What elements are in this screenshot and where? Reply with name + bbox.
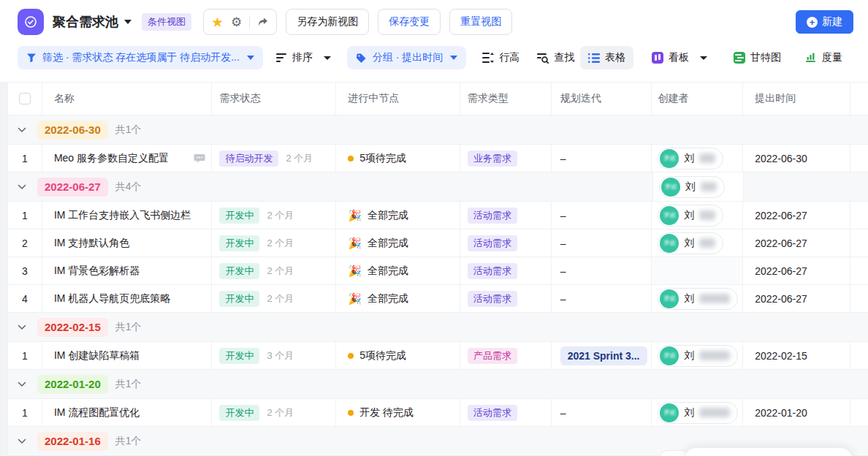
creator-avatar-pill: 梦妮刘: [658, 402, 738, 424]
name-cell[interactable]: IM 创建缺陷草稿箱: [42, 342, 213, 369]
duration-label: 2 个月: [267, 237, 294, 250]
name-cell[interactable]: IM 工作台支持嵌入飞书侧边栏: [42, 202, 213, 229]
duration-label: 2 个月: [286, 152, 313, 165]
kanban-view-icon: [652, 52, 663, 64]
status-cell: 开发中2 个月: [212, 257, 336, 284]
group-date-badge: 2022-02-15: [37, 318, 108, 337]
chevron-down-icon[interactable]: [18, 324, 26, 330]
date-cell: 2022-06-30: [743, 145, 850, 172]
reset-view-button[interactable]: 重置视图: [449, 9, 512, 35]
status-cell: 开发中3 个月: [212, 342, 336, 369]
creator-name: 刘: [684, 237, 694, 250]
creator-name: 刘: [685, 180, 696, 194]
settings-gear-icon[interactable]: ⚙: [231, 16, 242, 28]
requirement-name: Meo 服务参数自定义配置: [54, 152, 169, 165]
creator-name: 刘: [684, 292, 694, 305]
save-as-new-view-button[interactable]: 另存为新视图: [286, 9, 369, 35]
table-row[interactable]: 4IM 机器人导航页兜底策略开发中2 个月🎉全部完成活动需求–梦妮刘2022-0…: [8, 285, 868, 313]
type-cell: 产品需求: [460, 342, 552, 369]
column-header[interactable]: 规划迭代: [552, 83, 652, 115]
node-text: 开发 待完成: [359, 406, 414, 419]
table-row[interactable]: 1IM 创建缺陷草稿箱开发中3 个月5项待完成产品需求2021 Sprint 3…: [8, 342, 868, 370]
filter-chip[interactable]: 筛选 · 需求状态 存在选项属于 待启动开发...: [18, 46, 263, 69]
requirement-name: IM 创建缺陷草稿箱: [54, 349, 140, 362]
group-chip[interactable]: 分组 · 提出时间: [347, 46, 466, 69]
blurred-name: [699, 210, 715, 220]
row-height-button[interactable]: 行高: [482, 51, 519, 64]
creator-avatar-pill: 梦妮刘: [659, 176, 725, 198]
view-tab-gantt[interactable]: 甘特图: [726, 46, 789, 69]
date-cell: 2022-06-27: [743, 202, 850, 229]
sprint-badge[interactable]: 2021 Sprint 3...: [560, 346, 647, 365]
view-tab-table[interactable]: 表格: [580, 46, 633, 69]
chevron-down-icon[interactable]: [18, 184, 26, 190]
find-button[interactable]: 查找: [537, 51, 574, 64]
kanban-caret-icon: [700, 56, 707, 60]
sprint-cell: –: [552, 399, 652, 426]
chevron-down-icon[interactable]: [18, 438, 26, 444]
creator-name: 刘: [684, 209, 694, 222]
title-caret-icon[interactable]: [124, 20, 132, 24]
name-cell[interactable]: IM 背景色彩解析器: [42, 257, 213, 284]
sort-label: 排序: [292, 51, 313, 64]
view-tab-kanban[interactable]: 看板: [644, 46, 715, 69]
group-header-row: 2022-01-20共1个: [8, 370, 868, 399]
table-row[interactable]: 3IM 背景色彩解析器开发中2 个月🎉全部完成活动需求–2022-06-27: [8, 257, 868, 285]
status-cell: 待启动开发2 个月: [212, 145, 336, 172]
column-header[interactable]: 名称: [42, 83, 213, 115]
share-icon[interactable]: [257, 16, 269, 28]
group-creator-cell: [652, 313, 744, 341]
row-number-cell: 4: [8, 285, 42, 312]
status-badge: 待启动开发: [219, 151, 278, 167]
group-date-badge: 2022-06-27: [37, 178, 108, 197]
view-tab-measure[interactable]: 度量: [798, 46, 850, 69]
favorite-star-icon[interactable]: ★: [211, 15, 224, 29]
create-new-button[interactable]: + 新建: [796, 10, 853, 34]
select-all-checkbox[interactable]: [19, 93, 31, 104]
table-header-row: 名称需求状态进行中节点需求类型规划迭代创建者提出时间: [8, 82, 868, 115]
table-row[interactable]: 1Meo 服务参数自定义配置待启动开发2 个月5项待完成业务需求–梦妮刘2022…: [8, 145, 868, 172]
column-header[interactable]: 需求类型: [460, 83, 552, 115]
group-right-fill: [744, 172, 868, 201]
page-title[interactable]: 聚合需求池: [53, 13, 118, 31]
chevron-down-icon[interactable]: [18, 381, 26, 387]
creator-avatar-pill: 梦妮刘: [658, 232, 723, 254]
avatar: 梦妮: [660, 234, 679, 253]
creator-avatar-pill: 梦妮刘: [658, 345, 738, 367]
column-header[interactable]: 提出时间: [743, 83, 850, 115]
name-cell[interactable]: IM 机器人导航页兜底策略: [42, 285, 213, 312]
gantt-view-icon: [734, 52, 745, 64]
column-header[interactable]: 创建者: [652, 83, 743, 115]
column-header[interactable]: 需求状态: [212, 83, 336, 115]
node-cell: 开发 待完成: [336, 399, 460, 426]
find-icon: [537, 53, 549, 64]
table-row[interactable]: 2IM 支持默认角色开发中2 个月🎉全部完成活动需求–梦妮刘2022-06-27: [8, 229, 868, 257]
name-cell[interactable]: Meo 服务参数自定义配置: [42, 145, 213, 172]
row-number-cell: 2: [8, 229, 42, 256]
column-header[interactable]: 进行中节点: [336, 83, 460, 115]
comment-icon[interactable]: [194, 153, 205, 164]
name-cell[interactable]: IM 支持默认角色: [42, 229, 213, 256]
table-row[interactable]: 1IM 流程图配置优化开发中2 个月开发 待完成活动需求–梦妮刘2022-01-…: [8, 399, 868, 427]
chevron-down-icon[interactable]: [18, 127, 26, 133]
type-cell: 业务需求: [460, 145, 552, 172]
status-badge: 开发中: [219, 263, 259, 279]
group-label: 分组 · 提出时间: [373, 51, 443, 64]
avatar: 梦妮: [660, 346, 679, 365]
title-bar: 聚合需求池 条件视图 ★ ⚙ 另存为新视图 保存变更 重置视图 + 新建: [0, 0, 868, 44]
creator-avatar-pill: 梦妮刘: [658, 288, 738, 310]
empty-value: –: [560, 238, 566, 249]
name-cell[interactable]: IM 流程图配置优化: [42, 399, 213, 426]
sort-button[interactable]: 排序: [276, 51, 331, 64]
left-gutter: [0, 82, 7, 456]
date-cell: 2022-01-20: [743, 399, 850, 426]
pending-dot-icon: [348, 353, 354, 359]
header-fill: [850, 83, 868, 115]
row-fill: [850, 342, 868, 369]
table-row[interactable]: 1IM 工作台支持嵌入飞书侧边栏开发中2 个月🎉全部完成活动需求–梦妮刘2022…: [8, 202, 868, 229]
status-cell: 开发中2 个月: [212, 202, 336, 229]
save-changes-button[interactable]: 保存变更: [378, 9, 441, 35]
status-cell: 开发中2 个月: [212, 285, 336, 312]
blurred-name: [699, 153, 715, 163]
requirement-name: IM 流程图配置优化: [54, 406, 140, 419]
